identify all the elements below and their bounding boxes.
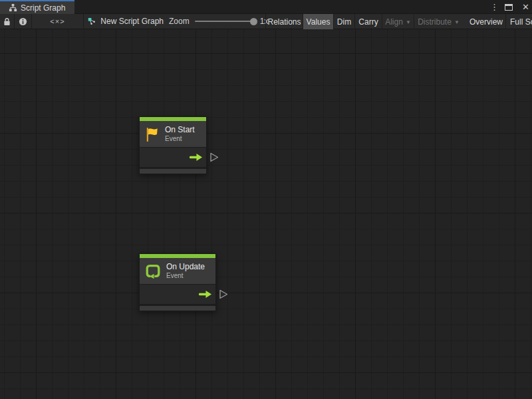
node-subtitle: Event [165, 135, 195, 143]
output-port-icon[interactable] [209, 152, 219, 162]
window-controls: ⋮ ✕ [490, 0, 529, 14]
node-title: On Update [166, 262, 205, 272]
tab-title: Script Graph [21, 3, 65, 13]
graph-canvas[interactable]: On Start Event [0, 29, 532, 399]
menu-icon[interactable]: ⋮ [490, 2, 495, 12]
close-icon[interactable]: ✕ [522, 2, 529, 12]
tab-script-graph[interactable]: Script Graph [0, 0, 74, 14]
trigger-output-arrow-icon[interactable] [189, 153, 203, 162]
values-button[interactable]: Values [303, 14, 333, 29]
overview-button[interactable]: Overview [467, 14, 505, 29]
graph-hierarchy-icon [9, 3, 17, 12]
carry-button[interactable]: Carry [354, 14, 382, 29]
dim-button[interactable]: Dim [333, 14, 354, 29]
node-on-update[interactable]: On Update Event [139, 253, 216, 311]
node-footer [140, 169, 206, 174]
node-header: On Update Event [140, 258, 215, 284]
zoom-label: Zoom [169, 14, 190, 29]
trigger-output-arrow-icon[interactable] [198, 290, 212, 299]
tab-bar: Script Graph ⋮ ✕ [0, 0, 532, 14]
info-button[interactable] [15, 14, 32, 29]
output-port-icon[interactable] [219, 289, 228, 299]
view-options-group: Relations Values Dim Carry Align ▼ Distr… [265, 14, 532, 29]
align-dropdown[interactable]: Align ▼ [382, 14, 414, 29]
node-title: On Start [165, 125, 195, 135]
node-header: On Start Event [140, 121, 206, 147]
node-port-row [140, 147, 206, 167]
new-graph-icon [88, 17, 96, 26]
zoom-slider[interactable] [195, 21, 253, 22]
flag-icon [145, 126, 160, 143]
code-preview-button[interactable]: <×> [32, 14, 84, 29]
lock-icon [3, 17, 11, 26]
graph-toolbar: <×> New Script Graph Zoom 1x Relations V… [0, 14, 532, 29]
node-port-row [140, 284, 215, 304]
node-on-start[interactable]: On Start Event [139, 116, 207, 174]
node-subtitle: Event [166, 272, 205, 280]
chevron-down-icon: ▼ [454, 19, 460, 25]
loop-icon [145, 263, 161, 279]
lock-button[interactable] [0, 14, 15, 29]
node-titles: On Start Event [165, 125, 195, 143]
node-footer [140, 306, 215, 311]
distribute-dropdown[interactable]: Distribute ▼ [414, 14, 463, 29]
script-graph-window: Script Graph ⋮ ✕ <×> [0, 0, 532, 399]
node-titles: On Update Event [166, 262, 205, 280]
maximize-icon[interactable] [505, 4, 513, 11]
chevron-down-icon: ▼ [406, 19, 411, 25]
info-icon [19, 17, 27, 26]
code-preview-label: <×> [50, 17, 65, 25]
zoom-slider-handle[interactable] [250, 18, 257, 25]
graph-selector-label: New Script Graph [100, 17, 164, 26]
full-screen-button[interactable]: Full Screen [505, 14, 532, 29]
relations-button[interactable]: Relations [265, 14, 303, 29]
graph-selector-button[interactable]: New Script Graph [84, 14, 164, 29]
